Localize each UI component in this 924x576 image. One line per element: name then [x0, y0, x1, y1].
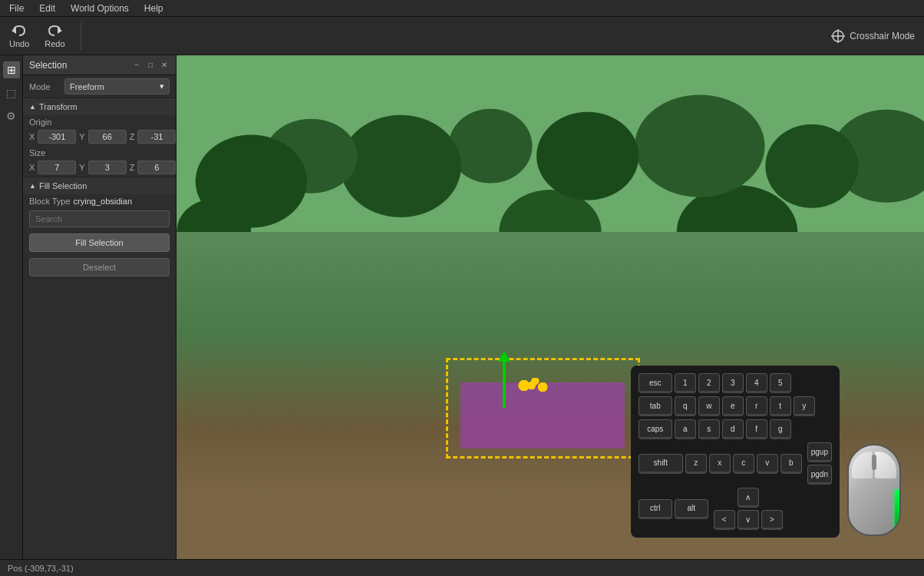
search-wrap — [23, 208, 176, 230]
kb-row-5: ctrl alt ∧ < ∨ > — [639, 488, 832, 530]
size-y-input[interactable] — [88, 161, 127, 174]
mouse-left-button[interactable] — [852, 452, 873, 478]
size-x-input[interactable] — [38, 161, 76, 174]
kb-row-3: caps a s d f g — [639, 419, 832, 439]
menubar: File Edit World Options Help — [0, 0, 924, 17]
redo-icon — [46, 24, 63, 38]
origin-z-label: Z — [130, 132, 135, 141]
key-caps[interactable]: caps — [639, 419, 672, 439]
size-z-label: Z — [130, 163, 135, 172]
mouse-shape — [847, 444, 901, 536]
menu-edit[interactable]: Edit — [36, 3, 58, 14]
key-alt[interactable]: alt — [675, 499, 708, 519]
sidebar-settings-icon[interactable]: ⚙ — [3, 108, 20, 124]
key-g[interactable]: g — [770, 419, 791, 439]
menu-help[interactable]: Help — [141, 3, 167, 14]
origin-label: Origin — [23, 115, 176, 127]
size-x-label: X — [29, 163, 35, 172]
main-area: ⊞ ⬚ ⚙ Selection − □ ✕ Mode Freeform ▾ ▲ … — [0, 55, 924, 559]
key-r[interactable]: r — [746, 396, 767, 416]
key-down[interactable]: ∨ — [738, 510, 759, 530]
fill-section-label: Fill Selection — [39, 181, 87, 190]
block-type-row: Block Type crying_obsidian — [23, 194, 176, 208]
mouse-right-button[interactable] — [875, 452, 896, 478]
size-z-input[interactable] — [137, 161, 176, 174]
viewport[interactable]: esc 1 2 3 4 5 tab q w e r t y — [177, 55, 924, 559]
key-tab[interactable]: tab — [639, 396, 672, 416]
selection-panel: Selection − □ ✕ Mode Freeform ▾ ▲ Transf… — [23, 55, 177, 559]
key-pgdn[interactable]: pgdn — [807, 465, 832, 485]
key-z[interactable]: z — [685, 454, 707, 474]
menu-world-options[interactable]: World Options — [68, 3, 132, 14]
deselect-button[interactable]: Deselect — [29, 258, 170, 276]
key-c[interactable]: c — [733, 454, 754, 474]
key-q[interactable]: q — [675, 396, 696, 416]
block-type-label: Block Type — [29, 197, 71, 206]
panel-title: Selection — [29, 60, 67, 71]
arrow-shaft — [503, 362, 506, 408]
mode-row: Mode Freeform ▾ — [23, 75, 176, 98]
transform-chevron-icon: ▲ — [29, 103, 36, 111]
size-label: Size — [23, 146, 176, 158]
sidebar-select-icon[interactable]: ⬚ — [3, 84, 20, 101]
key-4[interactable]: 4 — [746, 373, 767, 393]
key-5[interactable]: 5 — [770, 373, 791, 393]
size-coord-row: X Y Z — [23, 158, 176, 177]
key-ctrl[interactable]: ctrl — [639, 499, 672, 519]
size-y-label: Y — [79, 163, 84, 172]
key-f[interactable]: f — [746, 419, 767, 439]
key-t[interactable]: t — [770, 396, 791, 416]
panel-detach-button[interactable]: □ — [145, 60, 156, 71]
mode-value: Freeform — [70, 82, 104, 91]
fill-section-header[interactable]: ▲ Fill Selection — [23, 177, 176, 194]
key-1[interactable]: 1 — [675, 373, 696, 393]
key-shift[interactable]: shift — [639, 454, 683, 474]
key-2[interactable]: 2 — [698, 373, 720, 393]
origin-x-input[interactable] — [38, 130, 76, 144]
particles — [513, 378, 550, 393]
key-right[interactable]: > — [761, 510, 783, 530]
key-d[interactable]: d — [722, 419, 744, 439]
sidebar-layers-icon[interactable]: ⊞ — [3, 61, 20, 78]
key-pgup[interactable]: pgup — [807, 442, 832, 462]
menu-file[interactable]: File — [6, 3, 27, 14]
kb-row-4: shift z x c v b pgup pgdn — [639, 442, 832, 485]
mode-select[interactable]: Freeform ▾ — [64, 78, 170, 94]
key-3[interactable]: 3 — [722, 373, 744, 393]
mouse-scroll-wheel[interactable] — [872, 455, 876, 470]
origin-coord-row: X Y Z — [23, 127, 176, 146]
undo-button[interactable]: Undo — [9, 24, 29, 48]
key-v[interactable]: v — [757, 454, 778, 474]
panel-minimize-button[interactable]: − — [131, 60, 142, 71]
panel-close-button[interactable]: ✕ — [159, 60, 170, 71]
selection-border — [446, 358, 640, 458]
origin-x-label: X — [29, 132, 35, 141]
key-b[interactable]: b — [780, 454, 802, 474]
crosshair-mode-label: Crosshair Mode — [850, 31, 915, 41]
fill-selection-button[interactable]: Fill Selection — [29, 233, 170, 252]
key-x[interactable]: x — [709, 454, 731, 474]
key-w[interactable]: w — [698, 396, 720, 416]
key-s[interactable]: s — [698, 419, 720, 439]
key-y[interactable]: y — [794, 396, 815, 416]
key-e[interactable]: e — [722, 396, 744, 416]
origin-y-input[interactable] — [88, 130, 127, 144]
transform-section-header[interactable]: ▲ Transform — [23, 98, 176, 115]
origin-z-input[interactable] — [137, 130, 176, 144]
toolbar-separator — [81, 22, 81, 50]
key-left[interactable]: < — [714, 510, 735, 530]
key-esc[interactable]: esc — [639, 373, 672, 393]
block-type-value: crying_obsidian — [74, 197, 132, 206]
kb-row-1: esc 1 2 3 4 5 — [639, 373, 832, 393]
key-a[interactable]: a — [675, 419, 696, 439]
sidebar-icons: ⊞ ⬚ ⚙ — [0, 55, 23, 559]
mouse-green-light — [895, 490, 901, 528]
redo-button[interactable]: Redo — [45, 24, 64, 48]
toolbar: Undo Redo Crosshair Mode — [0, 17, 924, 55]
search-input[interactable] — [29, 210, 170, 227]
origin-y-label: Y — [79, 132, 84, 141]
undo-label: Undo — [9, 39, 29, 48]
crosshair-mode-button[interactable]: Crosshair Mode — [831, 29, 915, 43]
key-up[interactable]: ∧ — [738, 488, 759, 508]
mouse-overlay — [847, 444, 916, 544]
